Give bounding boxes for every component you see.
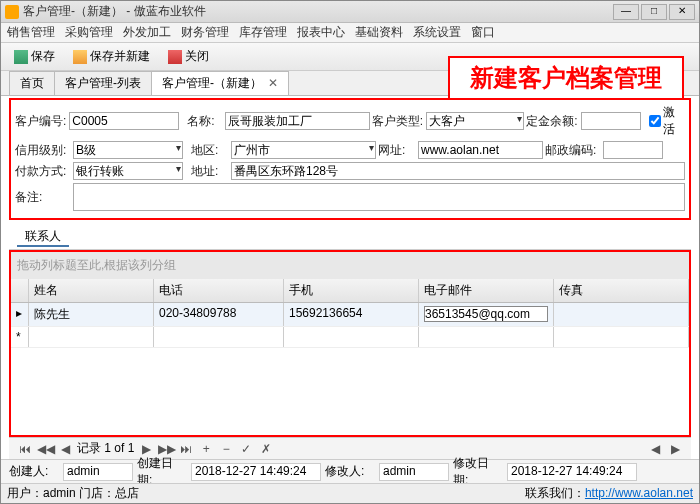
menu-base[interactable]: 基础资料 — [355, 24, 403, 41]
save-icon — [14, 50, 28, 64]
modifier-label: 修改人: — [325, 463, 375, 480]
cell-email[interactable] — [419, 303, 554, 326]
cdate-value: 2018-12-27 14:49:24 — [191, 463, 321, 481]
pager-del[interactable]: − — [218, 442, 234, 456]
pager-right[interactable]: ▶ — [667, 442, 683, 456]
save-button[interactable]: 保存 — [7, 45, 62, 68]
tab-list[interactable]: 客户管理-列表 — [54, 71, 152, 95]
menu-report[interactable]: 报表中心 — [297, 24, 345, 41]
statusbar: 用户：admin 门店：总店 联系我们：http://www.aolan.net — [1, 483, 699, 503]
tab-new[interactable]: 客户管理-（新建）✕ — [151, 71, 289, 95]
active-checkbox[interactable] — [649, 115, 661, 127]
pager-nextpage[interactable]: ▶▶ — [158, 442, 174, 456]
url-input[interactable] — [418, 141, 543, 159]
minimize-button[interactable]: — — [613, 4, 639, 20]
pager-left[interactable]: ◀ — [647, 442, 663, 456]
menubar: 销售管理 采购管理 外发加工 财务管理 库存管理 报表中心 基础资料 系统设置 … — [1, 23, 699, 43]
addr-input[interactable] — [231, 162, 685, 180]
customer-form: 客户编号: 名称: 客户类型: 定金余额: 激活 信用级别: 地区: 网址: 邮… — [9, 98, 691, 220]
zip-input[interactable] — [603, 141, 663, 159]
contact-label: 联系我们： — [525, 486, 585, 500]
col-name[interactable]: 姓名 — [29, 279, 154, 302]
pager: ⏮ ◀◀ ◀ 记录 1 of 1 ▶ ▶▶ ⏭ + − ✓ ✗ ◀ ▶ — [9, 437, 691, 459]
row-indicator: ▸ — [11, 303, 29, 326]
credit-select[interactable] — [73, 141, 183, 159]
pager-text: 记录 1 of 1 — [77, 440, 134, 457]
save-new-icon — [73, 50, 87, 64]
pay-label: 付款方式: — [15, 163, 71, 180]
col-email[interactable]: 电子邮件 — [419, 279, 554, 302]
close-button[interactable]: ✕ — [669, 4, 695, 20]
addr-label: 地址: — [191, 163, 229, 180]
table-row[interactable]: * — [11, 327, 689, 348]
col-fax[interactable]: 传真 — [554, 279, 689, 302]
creator-label: 创建人: — [9, 463, 59, 480]
tab-home[interactable]: 首页 — [9, 71, 55, 95]
menu-finance[interactable]: 财务管理 — [181, 24, 229, 41]
save-new-button[interactable]: 保存并新建 — [66, 45, 157, 68]
cell-tel[interactable]: 020-34809788 — [154, 303, 284, 326]
menu-outsource[interactable]: 外发加工 — [123, 24, 171, 41]
pager-first[interactable]: ⏮ — [17, 442, 33, 456]
name-label: 名称: — [187, 113, 223, 130]
window-title: 客户管理-（新建） - 傲蓝布业软件 — [23, 3, 613, 20]
maximize-button[interactable]: □ — [641, 4, 667, 20]
pager-prevpage[interactable]: ◀◀ — [37, 442, 53, 456]
annotation-overlay: 新建客户档案管理 — [448, 56, 684, 100]
col-mobile[interactable]: 手机 — [284, 279, 419, 302]
close-tab-button[interactable]: 关闭 — [161, 45, 216, 68]
mdate-label: 修改日期: — [453, 455, 503, 484]
region-select[interactable] — [231, 141, 376, 159]
menu-window[interactable]: 窗口 — [471, 24, 495, 41]
cell-fax[interactable] — [554, 303, 689, 326]
type-select[interactable] — [426, 112, 524, 130]
cell-name[interactable]: 陈先生 — [29, 303, 154, 326]
mdate-value: 2018-12-27 14:49:24 — [507, 463, 637, 481]
grid-header: 姓名 电话 手机 电子邮件 传真 — [11, 279, 689, 303]
type-label: 客户类型: — [372, 113, 424, 130]
credit-label: 信用级别: — [15, 142, 71, 159]
active-label: 激活 — [663, 104, 685, 138]
code-input[interactable] — [69, 112, 179, 130]
remark-label: 备注: — [15, 189, 71, 206]
menu-sales[interactable]: 销售管理 — [7, 24, 55, 41]
contact-link[interactable]: http://www.aolan.net — [585, 486, 693, 500]
balance-label: 定金余额: — [526, 113, 578, 130]
pay-select[interactable] — [73, 162, 183, 180]
titlebar: 客户管理-（新建） - 傲蓝布业软件 — □ ✕ — [1, 1, 699, 23]
pager-prev[interactable]: ◀ — [57, 442, 73, 456]
pager-next[interactable]: ▶ — [138, 442, 154, 456]
table-row[interactable]: ▸ 陈先生 020-34809788 15692136654 — [11, 303, 689, 327]
contacts-tab: 联系人 — [9, 224, 691, 250]
close-icon — [168, 50, 182, 64]
region-label: 地区: — [191, 142, 229, 159]
cell-mobile[interactable]: 15692136654 — [284, 303, 419, 326]
status-user: 用户：admin 门店：总店 — [7, 485, 139, 502]
audit-bar: 创建人: admin 创建日期: 2018-12-27 14:49:24 修改人… — [1, 459, 699, 483]
menu-purchase[interactable]: 采购管理 — [65, 24, 113, 41]
tab-close-icon[interactable]: ✕ — [268, 76, 278, 90]
name-input[interactable] — [225, 112, 370, 130]
cdate-label: 创建日期: — [137, 455, 187, 484]
modifier-value: admin — [379, 463, 449, 481]
app-icon — [5, 5, 19, 19]
pager-ok[interactable]: ✓ — [238, 442, 254, 456]
url-label: 网址: — [378, 142, 416, 159]
pager-cancel[interactable]: ✗ — [258, 442, 274, 456]
menu-stock[interactable]: 库存管理 — [239, 24, 287, 41]
balance-input[interactable] — [581, 112, 641, 130]
menu-settings[interactable]: 系统设置 — [413, 24, 461, 41]
col-tel[interactable]: 电话 — [154, 279, 284, 302]
zip-label: 邮政编码: — [545, 142, 601, 159]
pager-add[interactable]: + — [198, 442, 214, 456]
email-editor[interactable] — [424, 306, 548, 322]
code-label: 客户编号: — [15, 113, 67, 130]
group-hint: 拖动列标题至此,根据该列分组 — [11, 252, 689, 279]
creator-value: admin — [63, 463, 133, 481]
remark-input[interactable] — [73, 183, 685, 211]
pager-last[interactable]: ⏭ — [178, 442, 194, 456]
contacts-grid: 拖动列标题至此,根据该列分组 姓名 电话 手机 电子邮件 传真 ▸ 陈先生 02… — [9, 250, 691, 437]
